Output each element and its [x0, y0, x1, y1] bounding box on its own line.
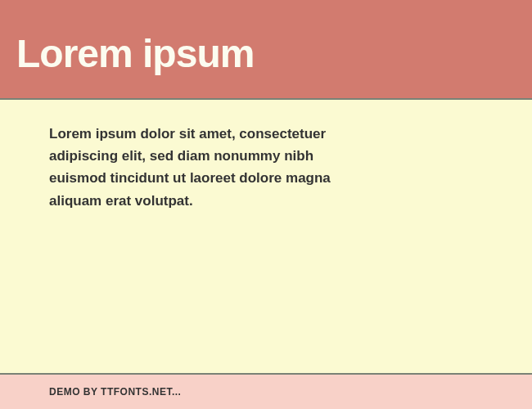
- header-section: Lorem ipsum: [0, 0, 532, 98]
- body-text: Lorem ipsum dolor sit amet, consectetuer…: [49, 123, 360, 212]
- footer-section: DEMO BY TTFONTS.NET...: [0, 375, 532, 409]
- footer-text: DEMO BY TTFONTS.NET...: [49, 386, 181, 398]
- page-title: Lorem ipsum: [16, 31, 254, 76]
- content-section: Lorem ipsum dolor sit amet, consectetuer…: [0, 98, 532, 375]
